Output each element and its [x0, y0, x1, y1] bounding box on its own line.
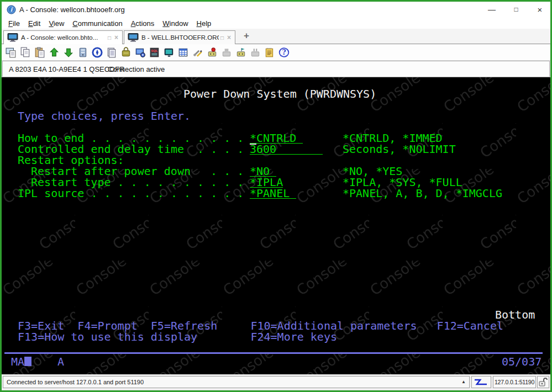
message-history-dropdown[interactable]: ▲ [461, 379, 466, 384]
menu-view[interactable]: View [45, 19, 67, 28]
notes-icon[interactable] [264, 47, 275, 58]
oia-keyboard-indicator: MA [11, 356, 24, 367]
tab-popout-icon[interactable]: □ [108, 35, 111, 41]
toolbar: SQL? [2, 44, 550, 61]
help-icon[interactable]: ? [278, 47, 290, 58]
choices-ipl-source: *PANEL, A, B, D, *IMGCLG [343, 188, 502, 199]
svg-text:?: ? [282, 49, 286, 56]
menu-help[interactable]: Help [193, 19, 215, 28]
restart-after-field[interactable]: *NO [250, 166, 276, 177]
terminal-screen[interactable]: ConsoleConsolePower Down System (PWRDWNS… [2, 77, 550, 374]
instruction-line: Type choices, press Enter. [18, 110, 191, 121]
label-how-to-end: How to end . . . . . . . . . . . . [18, 133, 244, 144]
session-status-line: A 8203 E4A 10-A9EE4 1 QSECOFR Connection… [2, 61, 550, 77]
database-icon[interactable] [120, 47, 132, 58]
unlock-icon [537, 376, 549, 388]
label-restart-after: Restart after power down . . . [31, 166, 244, 177]
connection-status-text: Connection active [108, 65, 165, 73]
label-restart-type: Restart type . . . . . . . . . . [31, 177, 244, 188]
fkeys-line-1: F3=Exit F4=Prompt F5=Refresh F10=Additio… [18, 320, 503, 331]
fkeys-line-2: F13=How to use this display F24=More key… [18, 331, 337, 342]
label-ipl-source: IPL source . . . . . . . . . . . . [18, 188, 244, 199]
server-address: 127.0.0.1:51190 [493, 376, 536, 388]
send-file-icon[interactable] [49, 47, 60, 58]
oia-session-indicator: A [57, 356, 64, 367]
oia-block-cursor [24, 357, 31, 366]
svg-text:SQL: SQL [151, 49, 158, 52]
close-button[interactable]: × [529, 2, 550, 18]
receive-file-icon[interactable] [63, 47, 74, 58]
connection-message-panel: Connected to server/host 127.0.0.1 and p… [3, 376, 470, 388]
stop-macro-icon[interactable] [221, 47, 232, 58]
application-window: i A - Console: wellcon.bhtooefr.org — □ … [0, 0, 552, 392]
choices-restart-after: *NO, *YES [343, 166, 402, 177]
data-transfer-icon[interactable] [178, 47, 189, 58]
tab-bar: A - Console: wellcon.bhto... □ × B - WEL… [2, 29, 550, 44]
copy-icon[interactable] [20, 47, 31, 58]
label-restart-options: Restart options: [18, 155, 124, 166]
minimize-button[interactable]: — [481, 2, 502, 18]
tab-popout-icon[interactable]: □ [220, 35, 224, 41]
window-title: A - Console: wellcon.bhtooefr.org [19, 6, 125, 14]
pause-macro-icon[interactable] [250, 47, 261, 58]
display-session-icon[interactable] [164, 47, 175, 58]
screen-title: Power Down System (PWRDWNSYS) [183, 88, 376, 99]
menu-file[interactable]: File [5, 19, 23, 28]
system-config-icon[interactable] [135, 47, 146, 58]
connection-message: Connected to server/host 127.0.0.1 and p… [7, 379, 144, 385]
session-tab-b[interactable]: B - WELL.BHTOOEFR.ORG □ × [124, 30, 235, 44]
restart-type-field[interactable]: *IPLA [250, 177, 283, 188]
menu-window[interactable]: Window [159, 19, 191, 28]
oia-cursor-position: 05/037 [502, 356, 542, 367]
app-icon: i [7, 5, 16, 14]
how-to-end-field[interactable]: *CNTRLD [250, 133, 303, 144]
maximize-button[interactable]: □ [506, 2, 527, 18]
ipl-source-field[interactable]: *PANEL [250, 188, 296, 199]
customize-icon[interactable] [192, 47, 203, 58]
status-bar: Connected to server/host 127.0.0.1 and p… [2, 374, 550, 390]
label-delay-time: Controlled end delay time . . . . [18, 144, 244, 155]
sql-scripts-icon[interactable]: SQL [149, 47, 160, 58]
new-tab-button[interactable]: + [239, 30, 254, 41]
tab-close-icon[interactable]: × [114, 34, 118, 41]
system-status-icon[interactable] [77, 47, 88, 58]
bottom-indicator: Bottom [495, 309, 535, 320]
delay-time-field[interactable]: 3600 [250, 144, 323, 155]
menu-edit[interactable]: Edit [25, 19, 44, 28]
tab-close-icon[interactable]: × [227, 34, 231, 41]
connection-signal-icon [471, 376, 491, 388]
record-macro-icon[interactable] [207, 47, 218, 58]
play-macro-icon[interactable] [235, 47, 246, 58]
choices-delay-time: Seconds, *NOLIMIT [343, 144, 456, 155]
oia-separator-line [4, 352, 543, 354]
menu-actions[interactable]: Actions [128, 19, 158, 28]
tab-label: A - Console: wellcon.bhto... [21, 34, 106, 41]
choices-restart-type: *IPLA, *SYS, *FULL [343, 177, 462, 188]
tab-label: B - WELL.BHTOOEFR.ORG [141, 34, 219, 41]
title-bar: i A - Console: wellcon.bhtooefr.org — □ … [2, 2, 550, 18]
menu-communication[interactable]: Communication [69, 19, 125, 28]
navigator-icon[interactable] [92, 47, 103, 58]
choices-how-to-end: *CNTRLD, *IMMED [343, 133, 443, 144]
spooled-files-icon[interactable] [106, 47, 117, 58]
copy-screen-icon[interactable] [6, 47, 17, 58]
menu-bar: FileEditViewCommunicationActionsWindowHe… [2, 18, 550, 29]
terminal-monitor-icon [7, 33, 18, 42]
terminal-monitor-icon [128, 33, 139, 42]
session-tab-a[interactable]: A - Console: wellcon.bhto... □ × [3, 30, 123, 44]
paste-icon[interactable] [34, 47, 45, 58]
